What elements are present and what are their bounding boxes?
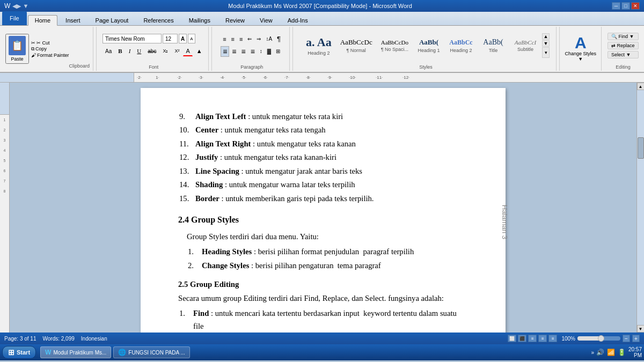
page-content: 9. Align Text Left : untuk mengatur teks… bbox=[178, 109, 468, 333]
style-heading2[interactable]: AaBbCc Heading 2 bbox=[445, 30, 477, 61]
view-web-button[interactable]: ≡ bbox=[528, 335, 537, 342]
zoom-minus-button[interactable]: − bbox=[623, 335, 630, 342]
ribbon: 📋 Paste ✂ ✂ Cut ⧉ Copy 🖌 Format Painter … bbox=[0, 26, 644, 73]
main-area: 1 2 3 4 5 6 7 8 9. Align Text Left : unt… bbox=[0, 83, 644, 333]
justify-button[interactable]: ≡ bbox=[248, 46, 257, 57]
tab-references[interactable]: References bbox=[136, 15, 180, 25]
zoom-level: 100% bbox=[561, 336, 575, 342]
border-button[interactable]: ⊞ bbox=[274, 46, 282, 57]
style-heading1[interactable]: AaBb( Heading 1 bbox=[413, 30, 444, 61]
font-color-button[interactable]: A bbox=[183, 46, 192, 56]
view-outline-button[interactable]: ≡ bbox=[538, 335, 547, 342]
start-button[interactable]: ⊞ Start bbox=[2, 346, 36, 359]
view-buttons: ⬜ ⬛ ≡ ≡ ≡ bbox=[508, 335, 557, 342]
show-hide-button[interactable]: ¶ bbox=[275, 34, 283, 45]
font-shrink-button[interactable]: A bbox=[188, 34, 195, 43]
format-painter-button[interactable]: 🖌 Format Painter bbox=[31, 53, 69, 58]
strikethrough-button[interactable]: abc bbox=[145, 46, 159, 56]
network-icon[interactable]: 🔊 bbox=[596, 348, 605, 357]
change-styles-icon: A bbox=[575, 35, 587, 51]
battery-icon[interactable]: 🔋 bbox=[618, 348, 626, 357]
font-grow-button[interactable]: A bbox=[179, 34, 187, 43]
replace-button[interactable]: ⇄ Replace bbox=[608, 42, 639, 49]
tab-page-layout[interactable]: Page Layout bbox=[89, 15, 136, 25]
increase-indent-button[interactable]: ⇒ bbox=[254, 34, 263, 45]
align-center-button[interactable]: ≡ bbox=[230, 46, 238, 57]
styles-scroll-up[interactable]: ▲ bbox=[542, 33, 550, 40]
font-name-input[interactable] bbox=[103, 34, 162, 43]
tab-insert[interactable]: Insert bbox=[58, 15, 87, 25]
zoom-slider[interactable] bbox=[577, 336, 620, 341]
styles-more[interactable]: ▾ bbox=[542, 47, 550, 58]
numbering-button[interactable]: ≡ bbox=[229, 34, 237, 45]
list-item: 1. Find : untuk mencari kata tertentu be… bbox=[179, 307, 467, 333]
scroll-thumb[interactable] bbox=[638, 137, 644, 159]
word-count: Words: 2,099 bbox=[43, 336, 75, 342]
style-no-spacing[interactable]: AaBbCcDo ¶ No Spaci... bbox=[377, 30, 412, 61]
bold-button[interactable]: B bbox=[115, 46, 125, 56]
decrease-indent-button[interactable]: ⇐ bbox=[245, 34, 254, 45]
sort-button[interactable]: ↕A bbox=[264, 34, 274, 45]
tab-home[interactable]: Home bbox=[28, 15, 57, 26]
bullets-button[interactable]: ≡ bbox=[221, 34, 228, 45]
italic-button[interactable]: I bbox=[126, 46, 134, 56]
page-watermark: Halaman 3 bbox=[499, 205, 510, 239]
maximize-button[interactable]: □ bbox=[621, 2, 630, 10]
minimize-button[interactable]: ─ bbox=[612, 2, 620, 10]
shading-button[interactable]: ▓ bbox=[265, 46, 273, 57]
underline-button[interactable]: U bbox=[134, 46, 144, 56]
volume-icon[interactable]: 📶 bbox=[607, 348, 616, 357]
list-item: 10. Center : untuk mengatur teks rata te… bbox=[179, 124, 374, 136]
ribbon-tab-bar: File Home Insert Page Layout References … bbox=[0, 12, 644, 26]
zoom-plus-button[interactable]: + bbox=[632, 335, 640, 342]
paste-icon: 📋 bbox=[9, 36, 26, 55]
cut-button[interactable]: ✂ ✂ Cut bbox=[31, 40, 69, 46]
select-button[interactable]: Select ▼ bbox=[608, 51, 639, 58]
tab-mailings[interactable]: Mailings bbox=[182, 15, 217, 25]
close-button[interactable]: ✕ bbox=[631, 2, 640, 10]
style-normal[interactable]: AaBbCcDc ¶ Normal bbox=[336, 30, 376, 61]
view-print-button[interactable]: ⬜ bbox=[508, 335, 516, 342]
tab-file[interactable]: File bbox=[2, 11, 27, 25]
page: 9. Align Text Left : untuk mengatur teks… bbox=[141, 88, 506, 333]
align-right-button[interactable]: ≡ bbox=[239, 46, 248, 57]
view-full-button[interactable]: ⬛ bbox=[518, 335, 526, 342]
clipboard-label: Clipboard bbox=[69, 62, 90, 70]
align-left-button[interactable]: ≡ bbox=[221, 46, 229, 57]
format-aa-button[interactable]: Aa bbox=[103, 46, 114, 56]
styles-group: a. Aa Heading 2 AaBbCcDc ¶ Normal AaBbCc… bbox=[296, 27, 557, 71]
section-2-4-title: 2.4 Group Styles bbox=[178, 213, 468, 226]
style-subtitle[interactable]: AaBbCcI Subtitle bbox=[510, 30, 541, 61]
superscript-button[interactable]: X² bbox=[172, 46, 182, 56]
scroll-down-button[interactable]: ▼ bbox=[637, 325, 645, 333]
styles-scroll-down[interactable]: ▼ bbox=[542, 40, 550, 47]
highlight-button[interactable]: ▲ bbox=[194, 46, 205, 56]
line-spacing-button[interactable]: ↕ bbox=[258, 46, 265, 57]
page-indicator: Page: 3 of 11 bbox=[4, 336, 36, 342]
taskbar-browser-item[interactable]: 🌐 FUNGSI ICON PADA ... bbox=[113, 346, 189, 358]
paste-button[interactable]: 📋 Paste bbox=[5, 34, 29, 64]
font-size-input[interactable] bbox=[163, 34, 178, 43]
change-styles-button[interactable]: A Change Styles ▼ bbox=[565, 35, 596, 62]
title-bar: W ◀▶ ▼ Modul Praktikum Ms Word 2007 [Com… bbox=[0, 0, 644, 12]
tray-arrow[interactable]: » bbox=[591, 350, 594, 356]
status-bar: Page: 3 of 11 Words: 2,099 Indonesian ⬜ … bbox=[0, 333, 644, 344]
subscript-button[interactable]: X₂ bbox=[160, 46, 171, 56]
vertical-scrollbar[interactable]: ▲ ▼ bbox=[636, 83, 644, 333]
font-group: A A Aa B I U abc X₂ X² A ▲ Font bbox=[99, 27, 209, 71]
view-draft-button[interactable]: ≡ bbox=[548, 335, 557, 342]
style-heading2-large[interactable]: a. Aa Heading 2 bbox=[302, 30, 335, 61]
tab-review[interactable]: Review bbox=[218, 15, 252, 25]
status-right: ⬜ ⬛ ≡ ≡ ≡ 100% − + bbox=[508, 335, 640, 342]
document-area[interactable]: 9. Align Text Left : untuk mengatur teks… bbox=[10, 83, 636, 333]
tab-add-ins[interactable]: Add-Ins bbox=[281, 15, 315, 25]
ruler-left-margin bbox=[0, 73, 134, 82]
copy-button[interactable]: ⧉ Copy bbox=[31, 46, 69, 52]
find-button[interactable]: 🔍 Find ▼ bbox=[608, 33, 639, 40]
change-styles-arrow: ▼ bbox=[578, 56, 583, 62]
scroll-up-button[interactable]: ▲ bbox=[637, 83, 645, 90]
style-title[interactable]: AaBb( Title bbox=[478, 30, 509, 61]
multilevel-button[interactable]: ≡ bbox=[237, 34, 245, 45]
taskbar-word-item[interactable]: W Modul Praktikum Ms... bbox=[40, 346, 111, 358]
tab-view[interactable]: View bbox=[253, 15, 280, 25]
